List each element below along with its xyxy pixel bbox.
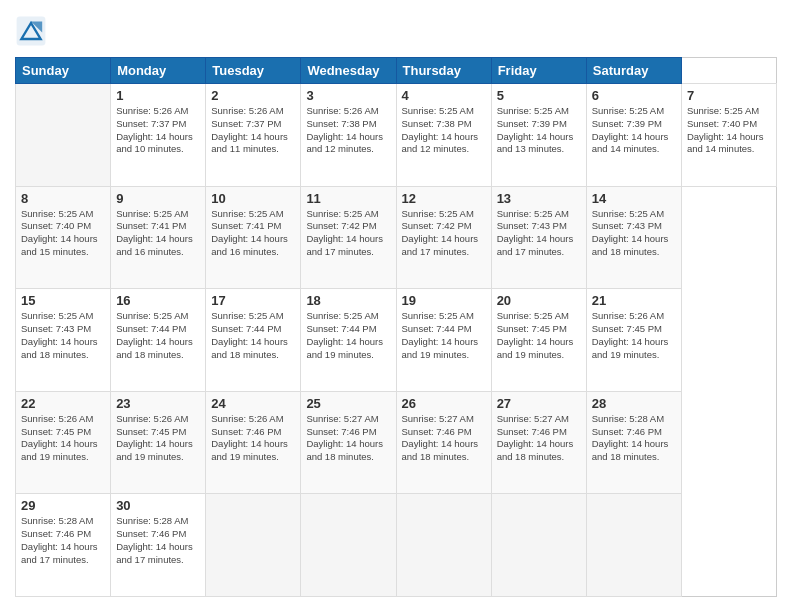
calendar-cell: 17 Sunrise: 5:25 AM Sunset: 7:44 PM Dayl…: [206, 289, 301, 392]
calendar-cell: 13 Sunrise: 5:25 AM Sunset: 7:43 PM Dayl…: [491, 186, 586, 289]
calendar-cell: 28 Sunrise: 5:28 AM Sunset: 7:46 PM Dayl…: [586, 391, 681, 494]
day-content: Sunrise: 5:25 AM Sunset: 7:43 PM Dayligh…: [497, 208, 581, 259]
day-number: 27: [497, 396, 581, 411]
calendar-cell: 18 Sunrise: 5:25 AM Sunset: 7:44 PM Dayl…: [301, 289, 396, 392]
calendar-cell: 9 Sunrise: 5:25 AM Sunset: 7:41 PM Dayli…: [111, 186, 206, 289]
col-header-thursday: Thursday: [396, 58, 491, 84]
day-number: 25: [306, 396, 390, 411]
day-content: Sunrise: 5:26 AM Sunset: 7:45 PM Dayligh…: [116, 413, 200, 464]
col-header-wednesday: Wednesday: [301, 58, 396, 84]
day-number: 12: [402, 191, 486, 206]
day-number: 13: [497, 191, 581, 206]
calendar-cell: 25 Sunrise: 5:27 AM Sunset: 7:46 PM Dayl…: [301, 391, 396, 494]
day-content: Sunrise: 5:27 AM Sunset: 7:46 PM Dayligh…: [306, 413, 390, 464]
col-header-tuesday: Tuesday: [206, 58, 301, 84]
day-content: Sunrise: 5:25 AM Sunset: 7:42 PM Dayligh…: [306, 208, 390, 259]
col-header-saturday: Saturday: [586, 58, 681, 84]
calendar-cell: 24 Sunrise: 5:26 AM Sunset: 7:46 PM Dayl…: [206, 391, 301, 494]
calendar-cell: 4 Sunrise: 5:25 AM Sunset: 7:38 PM Dayli…: [396, 84, 491, 187]
day-number: 11: [306, 191, 390, 206]
day-number: 26: [402, 396, 486, 411]
day-content: Sunrise: 5:25 AM Sunset: 7:44 PM Dayligh…: [306, 310, 390, 361]
day-number: 6: [592, 88, 676, 103]
day-content: Sunrise: 5:25 AM Sunset: 7:41 PM Dayligh…: [116, 208, 200, 259]
week-row-4: 22 Sunrise: 5:26 AM Sunset: 7:45 PM Dayl…: [16, 391, 777, 494]
calendar-cell: 15 Sunrise: 5:25 AM Sunset: 7:43 PM Dayl…: [16, 289, 111, 392]
calendar-cell: 10 Sunrise: 5:25 AM Sunset: 7:41 PM Dayl…: [206, 186, 301, 289]
week-row-2: 8 Sunrise: 5:25 AM Sunset: 7:40 PM Dayli…: [16, 186, 777, 289]
calendar-cell: 1 Sunrise: 5:26 AM Sunset: 7:37 PM Dayli…: [111, 84, 206, 187]
calendar-cell: 26 Sunrise: 5:27 AM Sunset: 7:46 PM Dayl…: [396, 391, 491, 494]
calendar-cell: 23 Sunrise: 5:26 AM Sunset: 7:45 PM Dayl…: [111, 391, 206, 494]
day-number: 8: [21, 191, 105, 206]
calendar-cell: 3 Sunrise: 5:26 AM Sunset: 7:38 PM Dayli…: [301, 84, 396, 187]
calendar-cell: 12 Sunrise: 5:25 AM Sunset: 7:42 PM Dayl…: [396, 186, 491, 289]
day-number: 24: [211, 396, 295, 411]
day-number: 23: [116, 396, 200, 411]
day-number: 4: [402, 88, 486, 103]
day-content: Sunrise: 5:26 AM Sunset: 7:45 PM Dayligh…: [21, 413, 105, 464]
day-number: 16: [116, 293, 200, 308]
calendar-cell: 8 Sunrise: 5:25 AM Sunset: 7:40 PM Dayli…: [16, 186, 111, 289]
calendar-cell: 5 Sunrise: 5:25 AM Sunset: 7:39 PM Dayli…: [491, 84, 586, 187]
day-content: Sunrise: 5:25 AM Sunset: 7:43 PM Dayligh…: [21, 310, 105, 361]
calendar-cell: 21 Sunrise: 5:26 AM Sunset: 7:45 PM Dayl…: [586, 289, 681, 392]
day-content: Sunrise: 5:25 AM Sunset: 7:39 PM Dayligh…: [592, 105, 676, 156]
calendar-cell: 6 Sunrise: 5:25 AM Sunset: 7:39 PM Dayli…: [586, 84, 681, 187]
day-content: Sunrise: 5:27 AM Sunset: 7:46 PM Dayligh…: [497, 413, 581, 464]
col-header-monday: Monday: [111, 58, 206, 84]
day-content: Sunrise: 5:28 AM Sunset: 7:46 PM Dayligh…: [116, 515, 200, 566]
calendar-cell: 14 Sunrise: 5:25 AM Sunset: 7:43 PM Dayl…: [586, 186, 681, 289]
calendar-cell: [16, 84, 111, 187]
day-content: Sunrise: 5:26 AM Sunset: 7:46 PM Dayligh…: [211, 413, 295, 464]
day-content: Sunrise: 5:25 AM Sunset: 7:45 PM Dayligh…: [497, 310, 581, 361]
day-content: Sunrise: 5:25 AM Sunset: 7:42 PM Dayligh…: [402, 208, 486, 259]
calendar-cell: [206, 494, 301, 597]
calendar-cell: 16 Sunrise: 5:25 AM Sunset: 7:44 PM Dayl…: [111, 289, 206, 392]
day-number: 15: [21, 293, 105, 308]
day-number: 14: [592, 191, 676, 206]
day-number: 1: [116, 88, 200, 103]
day-number: 2: [211, 88, 295, 103]
day-number: 30: [116, 498, 200, 513]
calendar-cell: 20 Sunrise: 5:25 AM Sunset: 7:45 PM Dayl…: [491, 289, 586, 392]
calendar-cell: 11 Sunrise: 5:25 AM Sunset: 7:42 PM Dayl…: [301, 186, 396, 289]
day-number: 3: [306, 88, 390, 103]
day-content: Sunrise: 5:25 AM Sunset: 7:40 PM Dayligh…: [21, 208, 105, 259]
day-content: Sunrise: 5:26 AM Sunset: 7:45 PM Dayligh…: [592, 310, 676, 361]
calendar-cell: [491, 494, 586, 597]
col-header-friday: Friday: [491, 58, 586, 84]
calendar-table: SundayMondayTuesdayWednesdayThursdayFrid…: [15, 57, 777, 597]
calendar-cell: 19 Sunrise: 5:25 AM Sunset: 7:44 PM Dayl…: [396, 289, 491, 392]
day-number: 10: [211, 191, 295, 206]
calendar-cell: [586, 494, 681, 597]
day-content: Sunrise: 5:25 AM Sunset: 7:43 PM Dayligh…: [592, 208, 676, 259]
day-content: Sunrise: 5:25 AM Sunset: 7:44 PM Dayligh…: [116, 310, 200, 361]
day-number: 29: [21, 498, 105, 513]
calendar-cell: [301, 494, 396, 597]
day-number: 18: [306, 293, 390, 308]
day-number: 19: [402, 293, 486, 308]
calendar-cell: 27 Sunrise: 5:27 AM Sunset: 7:46 PM Dayl…: [491, 391, 586, 494]
logo: [15, 15, 51, 47]
page-header: [15, 15, 777, 47]
day-content: Sunrise: 5:26 AM Sunset: 7:37 PM Dayligh…: [116, 105, 200, 156]
calendar-cell: 22 Sunrise: 5:26 AM Sunset: 7:45 PM Dayl…: [16, 391, 111, 494]
day-number: 7: [687, 88, 771, 103]
day-number: 9: [116, 191, 200, 206]
calendar-cell: [396, 494, 491, 597]
day-content: Sunrise: 5:28 AM Sunset: 7:46 PM Dayligh…: [21, 515, 105, 566]
day-content: Sunrise: 5:25 AM Sunset: 7:40 PM Dayligh…: [687, 105, 771, 156]
week-row-3: 15 Sunrise: 5:25 AM Sunset: 7:43 PM Dayl…: [16, 289, 777, 392]
day-content: Sunrise: 5:26 AM Sunset: 7:38 PM Dayligh…: [306, 105, 390, 156]
day-content: Sunrise: 5:25 AM Sunset: 7:41 PM Dayligh…: [211, 208, 295, 259]
col-header-sunday: Sunday: [16, 58, 111, 84]
day-number: 28: [592, 396, 676, 411]
day-content: Sunrise: 5:28 AM Sunset: 7:46 PM Dayligh…: [592, 413, 676, 464]
calendar-cell: 7 Sunrise: 5:25 AM Sunset: 7:40 PM Dayli…: [681, 84, 776, 187]
logo-icon: [15, 15, 47, 47]
day-content: Sunrise: 5:27 AM Sunset: 7:46 PM Dayligh…: [402, 413, 486, 464]
calendar-cell: 30 Sunrise: 5:28 AM Sunset: 7:46 PM Dayl…: [111, 494, 206, 597]
week-row-5: 29 Sunrise: 5:28 AM Sunset: 7:46 PM Dayl…: [16, 494, 777, 597]
day-content: Sunrise: 5:25 AM Sunset: 7:39 PM Dayligh…: [497, 105, 581, 156]
